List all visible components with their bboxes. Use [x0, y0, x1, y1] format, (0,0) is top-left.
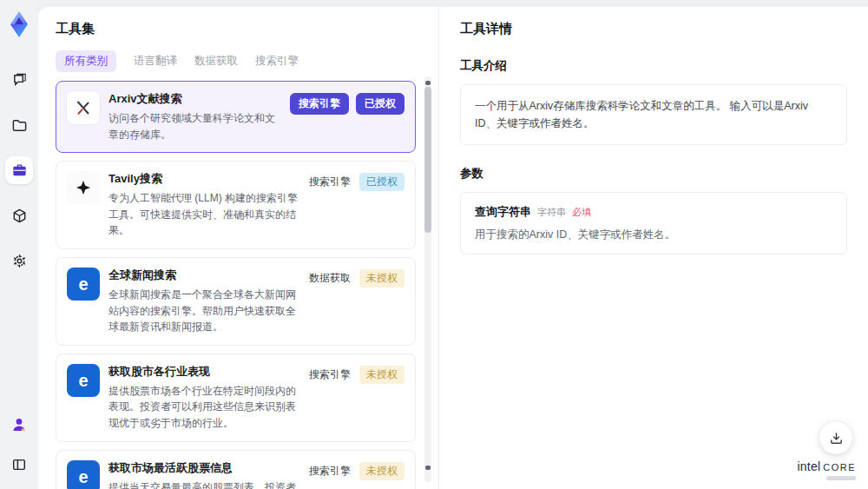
package-icon [11, 208, 28, 224]
scrollbar-bottom-mark [425, 466, 431, 470]
category-tabs: 所有类别 语言翻译 数据获取 搜索引擎 [56, 50, 438, 71]
tab-data-fetch[interactable]: 数据获取 [194, 54, 238, 69]
tool-description: 提供当天交易量最高的股票列表，投资者可以利用这些信息来识别流动性强的股票和潜在的… [108, 479, 300, 489]
params-section-title: 参数 [460, 166, 847, 182]
status-pill-authorized: 已授权 [356, 93, 404, 115]
tool-card-global-news[interactable]: e 全球新闻搜索 全球新闻搜索是一个聚合全球各大新闻网站内容的搜索引擎。帮助用户… [56, 257, 416, 346]
tab-all-categories[interactable]: 所有类别 [56, 50, 116, 72]
intel-core-logo: intel CORE [798, 459, 856, 480]
parameter-description: 用于搜索的Arxiv ID、关键字或作者姓名。 [475, 228, 832, 242]
category-label: 搜索引擎 [309, 175, 351, 189]
news-app-icon: e [67, 364, 100, 397]
gear-icon [11, 253, 28, 269]
parameter-type: 字符串 [537, 206, 566, 219]
sidebar-item-tools[interactable] [5, 156, 33, 184]
details-title: 工具详情 [460, 21, 847, 37]
user-avatar[interactable] [5, 411, 33, 439]
tools-panel: 工具集 所有类别 语言翻译 数据获取 搜索引擎 Arxiv文献搜索 访问 [38, 7, 438, 489]
brand-sub-text: CORE [823, 462, 856, 472]
tool-description: 提供股票市场各个行业在特定时间段内的表现。投资者可以利用这些信息来识别表现优于或… [108, 383, 300, 432]
tool-description: 专为人工智能代理 (LLM) 构建的搜索引擎工具。可快速提供实时、准确和真实的结… [108, 190, 300, 239]
collapse-sidebar-button[interactable] [5, 451, 33, 479]
download-button[interactable] [819, 421, 852, 454]
app-surface: 工具集 所有类别 语言翻译 数据获取 搜索引擎 Arxiv文献搜索 访问 [38, 7, 868, 489]
category-label: 数据获取 [309, 271, 351, 286]
parameter-name: 查询字符串 [475, 204, 531, 220]
panel-toggle-icon [11, 457, 27, 472]
left-rail [0, 0, 38, 489]
sparkle-icon [67, 171, 100, 204]
page-title: 工具集 [56, 21, 438, 37]
news-app-icon: e [67, 268, 100, 301]
tool-card-most-active-stocks[interactable]: e 获取市场最活跃股票信息 提供当天交易量最高的股票列表，投资者可以利用这些信息… [56, 450, 416, 489]
chat-icon [11, 72, 28, 89]
app-logo[interactable] [6, 9, 32, 40]
folder-icon [11, 117, 28, 134]
status-badge-unauthorized: 未授权 [359, 366, 404, 384]
tool-name: Tavily搜索 [108, 171, 300, 187]
briefcase-icon [11, 162, 28, 179]
tool-card-tavily[interactable]: Tavily搜索 专为人工智能代理 (LLM) 构建的搜索引擎工具。可快速提供实… [56, 161, 416, 249]
status-badge-unauthorized: 未授权 [359, 462, 404, 480]
category-label: 搜索引擎 [309, 367, 351, 382]
tool-card-sector-performance[interactable]: e 获取股市各行业表现 提供股票市场各个行业在特定时间段内的表现。投资者可以利用… [56, 354, 416, 442]
news-app-icon: e [67, 460, 100, 489]
brand-underline [826, 476, 856, 480]
arxiv-icon [67, 91, 100, 124]
list-scrollbar[interactable] [424, 76, 431, 482]
sidebar-item-settings[interactable] [5, 247, 33, 274]
rail-bottom [5, 411, 33, 479]
tool-intro-text: 一个用于从Arxiv存储库搜索科学论文和文章的工具。 输入可以是Arxiv ID… [460, 84, 847, 145]
category-pill: 搜索引擎 [290, 93, 349, 115]
scrollbar-top-mark [425, 81, 431, 85]
tool-description: 全球新闻搜索是一个聚合全球各大新闻网站内容的搜索引擎。帮助用户快速获取全球最新资… [108, 287, 300, 335]
download-icon [829, 431, 844, 446]
sidebar-item-chat[interactable] [5, 66, 33, 94]
brand-text: intel [798, 459, 821, 473]
scrollbar-thumb[interactable] [424, 87, 431, 233]
category-label: 搜索引擎 [309, 464, 351, 479]
user-icon [10, 416, 28, 433]
status-badge-authorized: 已授权 [359, 173, 404, 191]
tool-description: 访问各个研究领域大量科学论文和文章的存储库。 [108, 110, 281, 142]
sidebar-item-files[interactable] [5, 111, 33, 139]
tab-language-translation[interactable]: 语言翻译 [134, 54, 177, 69]
intro-section-title: 工具介绍 [460, 58, 847, 74]
status-badge-unauthorized: 未授权 [359, 269, 404, 287]
tool-list: Arxiv文献搜索 访问各个研究领域大量科学论文和文章的存储库。 搜索引擎 已授… [56, 81, 438, 489]
tab-search-engine[interactable]: 搜索引擎 [255, 54, 299, 69]
tool-name: 获取市场最活跃股票信息 [108, 460, 300, 476]
parameter-item: 查询字符串 字符串 必填 用于搜索的Arxiv ID、关键字或作者姓名。 [460, 192, 847, 254]
tool-name: Arxiv文献搜索 [108, 91, 281, 107]
tool-card-arxiv[interactable]: Arxiv文献搜索 访问各个研究领域大量科学论文和文章的存储库。 搜索引擎 已授… [56, 81, 416, 153]
tool-details-panel: 工具详情 工具介绍 一个用于从Arxiv存储库搜索科学论文和文章的工具。 输入可… [438, 7, 868, 489]
tool-name: 全球新闻搜索 [108, 268, 300, 283]
sidebar-item-plugins[interactable] [5, 202, 33, 229]
parameter-required-flag: 必填 [572, 206, 591, 219]
tool-name: 获取股市各行业表现 [108, 364, 300, 380]
rail-nav [5, 66, 33, 274]
